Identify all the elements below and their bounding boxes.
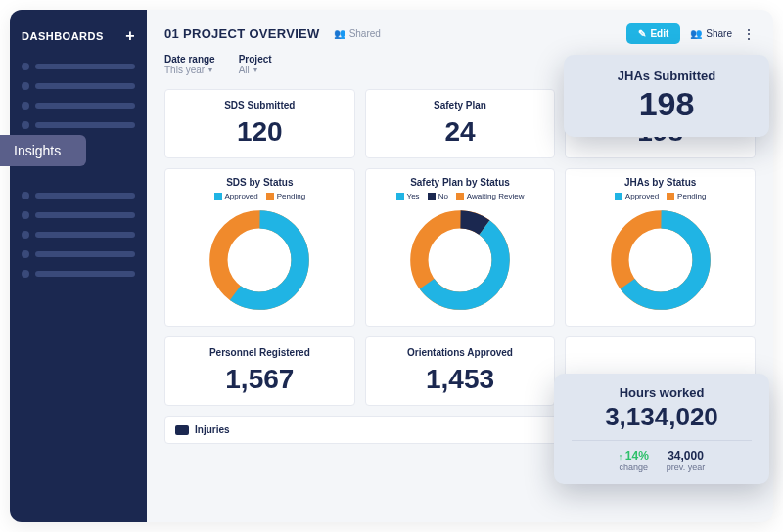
stat-value: 1,453 <box>376 364 545 395</box>
sidebar-header: DASHBOARDS + <box>22 27 135 45</box>
chart-title: JHAs by Status <box>574 177 747 188</box>
sidebar-item[interactable] <box>22 117 135 133</box>
shared-indicator: 👥 Shared <box>334 28 381 39</box>
chart-legend: Yes No Awaiting Review <box>374 192 547 200</box>
chart-legend: Approved Pending <box>574 192 747 200</box>
sidebar-item[interactable] <box>22 227 135 243</box>
filter-label: Project <box>239 54 272 65</box>
sidebar-item[interactable] <box>22 98 135 113</box>
insights-label: Insights <box>14 143 61 158</box>
popup-jhas: JHAs Submitted 198 <box>564 55 769 137</box>
stat-value: 24 <box>376 116 545 148</box>
prev-value: 34,000 <box>668 449 704 463</box>
stat-title: Safety Plan <box>376 100 545 111</box>
sidebar-item[interactable] <box>22 266 135 282</box>
chart-card-sds: SDS by Status Approved Pending <box>164 168 355 327</box>
sidebar-item[interactable] <box>22 59 135 74</box>
chart-title: SDS by Status <box>173 177 346 188</box>
stat-value: 120 <box>175 116 345 148</box>
change-pct: 14% <box>625 449 649 463</box>
change-label: change <box>620 463 649 472</box>
edit-label: Edit <box>650 28 668 39</box>
donut-chart-icon <box>406 206 514 314</box>
people-icon: 👥 <box>334 28 345 39</box>
chart-card-safety: Safety Plan by Status Yes No Awaiting Re… <box>365 168 556 327</box>
shared-label: Shared <box>349 28 381 39</box>
sidebar-item[interactable] <box>22 207 135 223</box>
prev-label: prev. year <box>667 463 705 472</box>
filter-date-range[interactable]: Date range This year▾ <box>164 54 215 75</box>
sidebar-item[interactable] <box>22 78 135 94</box>
popup-sub: ↑ 14% change 34,000 prev. year <box>572 440 752 472</box>
insights-tab[interactable]: Insights <box>0 135 86 166</box>
injuries-icon <box>175 425 189 435</box>
stat-title: Personnel Registered <box>175 347 345 358</box>
sidebar-title: DASHBOARDS <box>22 30 104 42</box>
stat-card-personnel: Personnel Registered 1,567 <box>164 336 355 406</box>
share-button[interactable]: 👥 Share <box>690 28 732 39</box>
stat-card-sds: SDS Submitted 120 <box>164 89 355 158</box>
injuries-label: Injuries <box>195 424 230 435</box>
popup-title: JHAs Submitted <box>585 68 748 83</box>
chevron-down-icon: ▾ <box>208 66 212 74</box>
donut-chart-icon <box>206 206 313 314</box>
pencil-icon: ✎ <box>638 28 646 39</box>
popup-value: 198 <box>585 85 748 123</box>
edit-button[interactable]: ✎ Edit <box>626 23 680 44</box>
popup-value: 3,134,020 <box>572 402 752 432</box>
stat-value: 1,567 <box>175 364 345 395</box>
popup-hours: Hours worked 3,134,020 ↑ 14% change 34,0… <box>554 374 769 484</box>
filter-project[interactable]: Project All▾ <box>239 54 272 75</box>
sidebar: DASHBOARDS + <box>10 10 147 522</box>
chart-legend: Approved Pending <box>173 192 346 200</box>
chevron-down-icon: ▾ <box>253 66 257 74</box>
stat-title: SDS Submitted <box>175 100 345 111</box>
page-title: 01 PROJECT OVERVIEW <box>164 26 320 41</box>
add-dashboard-icon[interactable]: + <box>125 27 135 45</box>
stat-card-safety: Safety Plan 24 <box>365 89 556 158</box>
popup-title: Hours worked <box>572 385 752 400</box>
share-label: Share <box>706 28 732 39</box>
donut-chart-icon <box>607 206 714 314</box>
filter-label: Date range <box>164 54 215 65</box>
stat-card-orientations: Orientations Approved 1,453 <box>365 336 556 406</box>
topbar: 01 PROJECT OVERVIEW 👥 Shared ✎ Edit 👥 Sh… <box>164 23 756 44</box>
chart-title: Safety Plan by Status <box>374 177 547 188</box>
filter-value: All <box>239 65 250 75</box>
filter-value: This year <box>164 65 205 75</box>
share-icon: 👥 <box>690 28 702 39</box>
arrow-up-icon: ↑ <box>619 452 623 462</box>
sidebar-item[interactable] <box>22 188 135 203</box>
chart-card-jhas: JHAs by Status Approved Pending <box>565 168 756 327</box>
stat-title: Orientations Approved <box>376 347 545 358</box>
sidebar-item[interactable] <box>22 246 135 262</box>
kebab-menu-icon[interactable]: ⋮ <box>742 26 756 42</box>
